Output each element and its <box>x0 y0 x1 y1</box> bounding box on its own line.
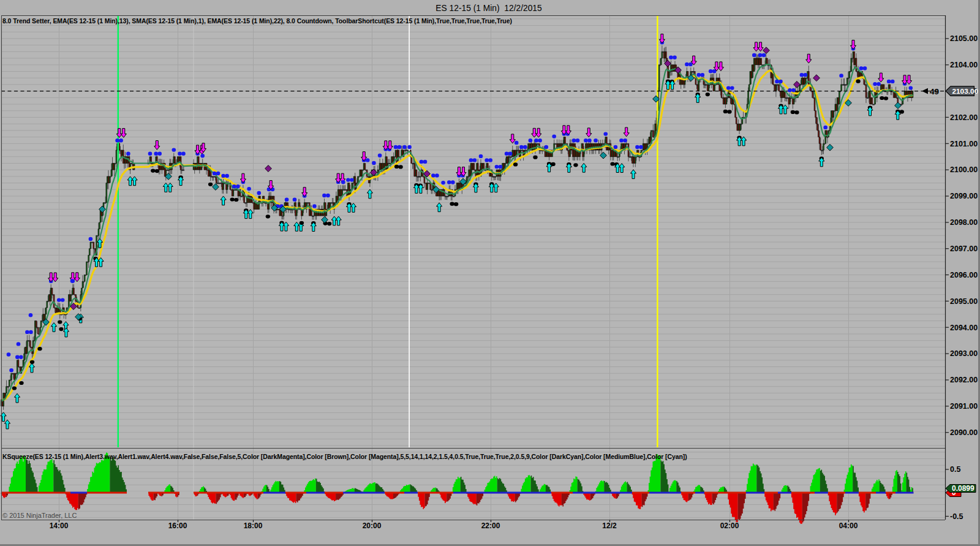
svg-text:0.5: 0.5 <box>950 465 960 474</box>
svg-text:ES 12-15 (1 Min) 12/2/2015: ES 12-15 (1 Min) 12/2/2015 <box>435 4 542 13</box>
svg-text:2091.00: 2091.00 <box>950 402 978 411</box>
svg-text:2103.00: 2103.00 <box>952 87 979 96</box>
svg-text:-0.5: -0.5 <box>950 512 963 521</box>
svg-text:02:00: 02:00 <box>720 521 739 530</box>
svg-text:2097.00: 2097.00 <box>950 245 978 253</box>
svg-text:12/2: 12/2 <box>602 521 617 530</box>
svg-text:8.0 Trend Setter, EMA(ES 12-15: 8.0 Trend Setter, EMA(ES 12-15 (1 Min),1… <box>2 17 512 25</box>
svg-text:2098.00: 2098.00 <box>950 218 978 227</box>
svg-text:20:00: 20:00 <box>363 521 382 530</box>
svg-text:0.0899: 0.0899 <box>952 484 974 493</box>
svg-text:16:00: 16:00 <box>168 521 187 530</box>
svg-text:2104.00: 2104.00 <box>950 61 978 69</box>
svg-text:2095.00: 2095.00 <box>950 297 978 306</box>
svg-text:2105.00: 2105.00 <box>950 34 978 43</box>
svg-text:2096.00: 2096.00 <box>950 271 978 279</box>
svg-text:2094.00: 2094.00 <box>950 324 978 332</box>
svg-text:© 2015 NinjaTrader, LLC: © 2015 NinjaTrader, LLC <box>2 512 77 519</box>
svg-text:22:00: 22:00 <box>481 521 500 530</box>
svg-text:18:00: 18:00 <box>244 521 263 530</box>
svg-text:2090.00: 2090.00 <box>950 428 978 437</box>
svg-text:49: 49 <box>930 87 939 96</box>
svg-text:2093.00: 2093.00 <box>950 349 978 358</box>
svg-text:14:00: 14:00 <box>50 521 69 530</box>
svg-text:2092.00: 2092.00 <box>950 376 978 384</box>
svg-text:04:00: 04:00 <box>839 521 858 530</box>
svg-text:2100.00: 2100.00 <box>950 165 978 174</box>
svg-text:KSqueeze(ES 12-15 (1 Min),Aler: KSqueeze(ES 12-15 (1 Min),Alert3.wav,Ale… <box>2 453 687 460</box>
svg-text:2102.00: 2102.00 <box>950 113 978 122</box>
svg-text:2099.00: 2099.00 <box>950 192 978 200</box>
svg-text:2101.00: 2101.00 <box>950 140 978 148</box>
